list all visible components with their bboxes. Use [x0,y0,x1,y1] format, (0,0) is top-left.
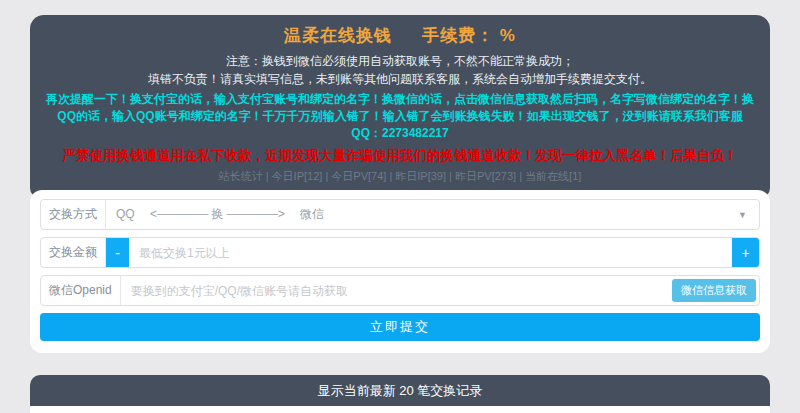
page-container: 温柔在线换钱手续费： % 注意：换钱到微信必须使用自动获取账号，不然不能正常换成… [30,15,770,413]
amount-label: 交换金额 [41,238,106,267]
title-row: 温柔在线换钱手续费： % [46,24,754,48]
records-title: 显示当前最新 20 笔交换记录 [30,375,770,406]
wechat-info-fetch-button[interactable]: 微信信息获取 [672,279,756,302]
method-selected-value: QQ <────── 换 ──────> 微信 [116,206,324,223]
amount-input[interactable] [129,238,732,267]
openid-label: 微信Openid [41,276,121,305]
exchange-form-card: 交换方式 QQ <────── 换 ──────> 微信 ▼ 交换金额 - + … [30,190,770,353]
fraud-warning: 严禁使用换钱通道用在私下收款，近期发现大量诈骗使用我们的换钱通道收款！发现一律拉… [46,146,754,165]
exchange-amount-group: 交换金额 - + [40,237,760,268]
reminder-warning: 再次提醒一下！换支付宝的话，输入支付宝账号和绑定的名字！换微信的话，点击微信信息… [46,91,754,142]
visitor-stats-links[interactable]: 站长统计 | 今日IP[12] | 今日PV[74] | 昨日IP[39] | … [46,169,754,184]
notice-header-panel: 温柔在线换钱手续费： % 注意：换钱到微信必须使用自动获取账号，不然不能正常换成… [30,15,770,198]
openid-input[interactable] [121,276,672,305]
site-title: 温柔在线换钱 [284,26,392,45]
records-panel: 显示当前最新 20 笔交换记录 订单号 换钱方式 换钱金额 提交时间 成功时间 … [30,375,770,413]
amount-decrease-button[interactable]: - [106,238,129,267]
exchange-method-group: 交换方式 QQ <────── 换 ──────> 微信 ▼ [40,199,760,230]
method-label: 交换方式 [41,200,106,229]
method-select[interactable]: QQ <────── 换 ──────> 微信 ▼ [106,200,759,229]
notice-line-1: 注意：换钱到微信必须使用自动获取账号，不然不能正常换成功； [46,52,754,70]
records-table-body: 订单号 换钱方式 换钱金额 提交时间 成功时间 状态 [30,406,770,413]
fee-label: 手续费： % [422,26,516,45]
openid-group: 微信Openid 微信信息获取 [40,275,760,306]
amount-increase-button[interactable]: + [732,238,759,267]
chevron-down-icon: ▼ [738,210,747,220]
submit-button[interactable]: 立即提交 [40,313,760,341]
notice-line-2: 填错不负责！请真实填写信息，未到账等其他问题联系客服，系统会自动增加手续费提交支… [46,70,754,88]
